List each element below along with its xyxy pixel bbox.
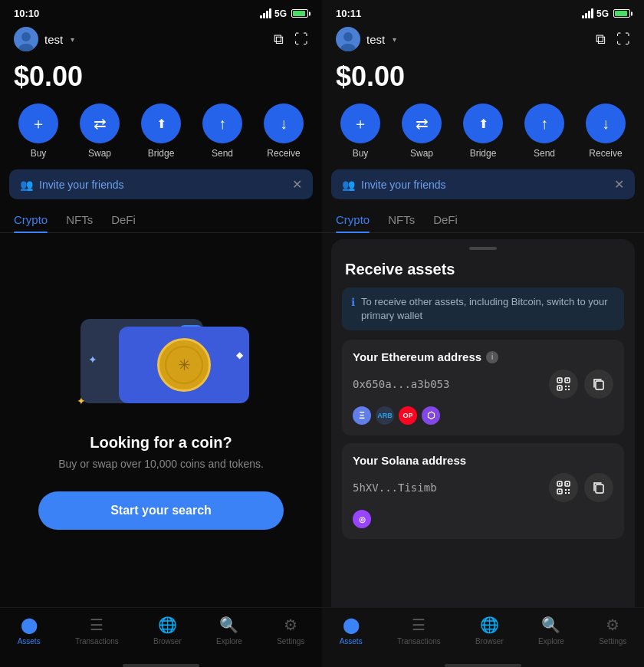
invite-text-left: Invite your friends: [39, 179, 124, 191]
username-right: test: [366, 33, 385, 46]
buy-icon-right: ＋: [340, 104, 380, 143]
invite-banner-right[interactable]: 👥 Invite your friends ✕: [331, 169, 635, 199]
nav-explore-right[interactable]: 🔍 Explore: [538, 616, 564, 646]
tab-nfts-left[interactable]: NFTs: [66, 207, 93, 232]
wallet-main: ✳: [119, 327, 249, 403]
info-icon: ℹ: [351, 296, 355, 323]
eth-qr-button[interactable]: [549, 370, 578, 399]
invite-banner-left[interactable]: 👥 Invite your friends ✕: [9, 169, 313, 199]
action-buttons-right: ＋ Buy ⇄ Swap ⬆ Bridge ↑ Send ↓ Receive: [322, 104, 644, 169]
eth-token-icon: Ξ: [353, 406, 371, 425]
swap-button-left[interactable]: ⇄ Swap: [80, 104, 120, 159]
illustration-subtitle: Buy or swap over 10,000 coins and tokens…: [58, 458, 264, 470]
tab-crypto-right[interactable]: Crypto: [336, 207, 370, 232]
svg-rect-16: [559, 491, 560, 492]
tabs-right: Crypto NFTs DeFi: [322, 207, 644, 233]
header-left: test ▾ ⧉ ⛶: [0, 22, 322, 54]
invite-icon-left: 👥: [20, 179, 33, 191]
receive-button-right[interactable]: ↓ Receive: [586, 104, 626, 159]
nav-settings-left[interactable]: ⚙ Settings: [277, 616, 304, 646]
coin-inner: ✳: [165, 346, 203, 384]
send-button-left[interactable]: ↑ Send: [202, 104, 242, 159]
sparkle-1: ✦: [88, 353, 97, 366]
assets-label-left: Assets: [18, 637, 41, 646]
copy-icon-left[interactable]: ⧉: [274, 31, 284, 48]
expand-icon-left[interactable]: ⛶: [294, 31, 308, 48]
nav-assets-right[interactable]: ⬤ Assets: [340, 616, 363, 646]
copy-icon: [593, 378, 605, 390]
sol-copy-button[interactable]: [584, 473, 613, 502]
home-indicator-right: [445, 664, 521, 667]
swap-icon-right: ⇄: [402, 104, 442, 143]
buy-label-right: Buy: [353, 148, 369, 159]
nav-transactions-left[interactable]: ☰ Transactions: [75, 616, 119, 646]
transactions-icon-left: ☰: [90, 616, 104, 634]
header-right: test ▾ ⧉ ⛶: [322, 22, 644, 54]
start-search-button[interactable]: Start your search: [38, 491, 284, 530]
eth-address-header: Your Ethereum address i: [353, 350, 613, 363]
invite-close-left[interactable]: ✕: [292, 177, 302, 192]
status-right-right: 5G: [582, 8, 630, 19]
svg-rect-21: [596, 485, 603, 493]
bridge-icon-left: ⬆: [141, 104, 181, 143]
user-info-right[interactable]: test ▾: [336, 27, 396, 51]
poly-token-icon: ⬡: [422, 406, 440, 425]
sol-qr-button[interactable]: [549, 473, 578, 502]
nav-settings-right[interactable]: ⚙ Settings: [599, 616, 626, 646]
tab-nfts-right[interactable]: NFTs: [388, 207, 415, 232]
send-icon-right: ↑: [524, 104, 564, 143]
copy-icon-sol: [593, 481, 605, 494]
swap-button-right[interactable]: ⇄ Swap: [402, 104, 442, 159]
buy-label-left: Buy: [31, 148, 47, 159]
status-right-left: 5G: [260, 8, 308, 19]
transactions-label-left: Transactions: [75, 637, 119, 646]
bridge-button-right[interactable]: ⬆ Bridge: [463, 104, 503, 159]
buy-button-left[interactable]: ＋ Buy: [18, 104, 58, 159]
tab-defi-left[interactable]: DeFi: [111, 207, 136, 232]
chevron-down-icon-right: ▾: [393, 35, 396, 44]
nav-explore-left[interactable]: 🔍 Explore: [216, 616, 242, 646]
copy-icon-right[interactable]: ⧉: [596, 31, 606, 48]
receive-sheet: Receive assets ℹ To receive other assets…: [331, 239, 635, 607]
invite-left-content: 👥 Invite your friends: [20, 179, 124, 191]
send-button-right[interactable]: ↑ Send: [524, 104, 564, 159]
svg-rect-9: [568, 389, 570, 390]
balance-right: $0.00: [322, 54, 644, 104]
sol-address-header: Your Solana address: [353, 454, 613, 467]
buy-button-right[interactable]: ＋ Buy: [340, 104, 380, 159]
receive-button-left[interactable]: ↓ Receive: [264, 104, 304, 159]
tab-crypto-left[interactable]: Crypto: [14, 207, 48, 232]
nav-browser-right[interactable]: 🌐 Browser: [475, 616, 504, 646]
nav-transactions-right[interactable]: ☰ Transactions: [397, 616, 441, 646]
receive-label-right: Receive: [589, 148, 622, 159]
wallet-illustration: ✳ ✦ ✦ ◆ Looking for a coin? Buy or swap …: [0, 233, 322, 607]
swap-icon-left: ⇄: [80, 104, 120, 143]
invite-close-right[interactable]: ✕: [614, 177, 624, 192]
nav-browser-left[interactable]: 🌐 Browser: [153, 616, 182, 646]
explore-label-right: Explore: [538, 637, 564, 646]
eth-info-icon[interactable]: i: [486, 351, 498, 363]
battery-icon-left: [291, 9, 308, 18]
solana-address-card: Your Solana address 5hXV...Tisimb: [342, 443, 624, 539]
tabs-left: Crypto NFTs DeFi: [0, 207, 322, 233]
eth-copy-button[interactable]: [584, 370, 613, 399]
tab-defi-right[interactable]: DeFi: [433, 207, 458, 232]
wallet-graphic: ✳ ✦ ✦ ◆: [73, 311, 249, 419]
settings-icon-right: ⚙: [606, 616, 619, 634]
expand-icon-right[interactable]: ⛶: [616, 31, 630, 48]
user-info-left[interactable]: test ▾: [14, 27, 74, 51]
receive-sheet-title: Receive assets: [331, 255, 635, 288]
svg-rect-8: [565, 389, 567, 390]
time-left: 10:10: [14, 8, 39, 19]
nav-assets-left[interactable]: ⬤ Assets: [18, 616, 41, 646]
receive-icon-left: ↓: [264, 104, 304, 143]
avatar-left: [14, 27, 38, 51]
status-bar-right: 10:11 5G: [322, 0, 644, 22]
svg-rect-7: [568, 386, 570, 387]
bridge-button-left[interactable]: ⬆ Bridge: [141, 104, 181, 159]
svg-rect-6: [565, 386, 567, 387]
arb-token-icon: ARB: [376, 406, 394, 425]
send-icon-left: ↑: [202, 104, 242, 143]
settings-label-left: Settings: [277, 637, 304, 646]
sol-address-row: 5hXV...Tisimb: [353, 473, 613, 502]
